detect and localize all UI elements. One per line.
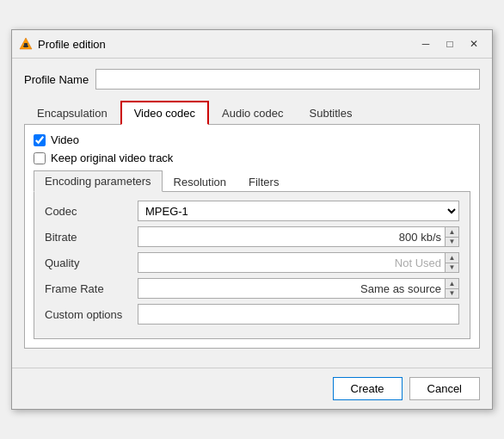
outer-tabs: Encapsulation Video codec Audio codec Su… bbox=[24, 100, 480, 125]
quality-control: ▲ ▼ bbox=[138, 252, 459, 273]
profile-name-label: Profile Name bbox=[24, 73, 89, 86]
bitrate-row: Bitrate ▲ ▼ bbox=[45, 226, 459, 247]
bitrate-spin-buttons: ▲ ▼ bbox=[445, 227, 458, 246]
codec-control: MPEG-1 MPEG-2 MPEG-4 H.264 H.265 VP8 VP9 bbox=[138, 201, 459, 221]
quality-row: Quality ▲ ▼ bbox=[45, 252, 459, 273]
bitrate-spinbox: ▲ ▼ bbox=[138, 226, 459, 247]
main-window: Profile edition ─ □ ✕ Profile Name Encap… bbox=[11, 29, 493, 410]
codec-row: Codec MPEG-1 MPEG-2 MPEG-4 H.264 H.265 V… bbox=[45, 201, 459, 221]
cancel-button[interactable]: Cancel bbox=[409, 377, 480, 400]
framerate-input[interactable] bbox=[138, 279, 445, 298]
close-button[interactable]: ✕ bbox=[463, 35, 485, 53]
bitrate-input[interactable] bbox=[138, 227, 445, 246]
bitrate-control: ▲ ▼ bbox=[138, 226, 459, 247]
quality-down-button[interactable]: ▼ bbox=[446, 263, 458, 273]
tab-encapsulation[interactable]: Encapsulation bbox=[24, 101, 120, 125]
framerate-label: Frame Rate bbox=[45, 282, 131, 295]
keep-original-label[interactable]: Keep original video track bbox=[51, 151, 173, 164]
video-checkbox-label[interactable]: Video bbox=[51, 133, 79, 146]
video-checkbox-row: Video bbox=[34, 133, 470, 146]
bitrate-label: Bitrate bbox=[45, 231, 131, 244]
custom-options-input[interactable] bbox=[138, 304, 459, 325]
quality-spinbox: ▲ ▼ bbox=[138, 252, 459, 273]
keep-original-row: Keep original video track bbox=[34, 151, 470, 164]
profile-name-input[interactable] bbox=[95, 69, 480, 90]
framerate-spinbox: ▲ ▼ bbox=[138, 278, 459, 299]
inner-tabs: Encoding parameters Resolution Filters bbox=[34, 170, 470, 192]
quality-label: Quality bbox=[45, 257, 131, 269]
window-title: Profile edition bbox=[38, 38, 415, 51]
framerate-control: ▲ ▼ bbox=[138, 278, 459, 299]
framerate-up-button[interactable]: ▲ bbox=[446, 279, 458, 289]
bitrate-up-button[interactable]: ▲ bbox=[446, 227, 458, 238]
tab-encoding-params[interactable]: Encoding parameters bbox=[34, 170, 163, 192]
quality-up-button[interactable]: ▲ bbox=[446, 253, 458, 263]
window-controls: ─ □ ✕ bbox=[415, 35, 485, 53]
footer: Create Cancel bbox=[12, 368, 492, 409]
framerate-row: Frame Rate ▲ ▼ bbox=[45, 278, 459, 299]
quality-spin-buttons: ▲ ▼ bbox=[445, 253, 458, 272]
codec-select[interactable]: MPEG-1 MPEG-2 MPEG-4 H.264 H.265 VP8 VP9 bbox=[138, 201, 459, 221]
svg-rect-2 bbox=[23, 46, 28, 47]
profile-name-row: Profile Name bbox=[24, 69, 480, 90]
window-body: Profile Name Encapsulation Video codec A… bbox=[12, 59, 492, 359]
create-button[interactable]: Create bbox=[333, 377, 403, 400]
vlc-icon bbox=[19, 37, 33, 51]
keep-original-checkbox[interactable] bbox=[34, 152, 46, 164]
tab-subtitles[interactable]: Subtitles bbox=[297, 101, 366, 125]
tab-audio-codec[interactable]: Audio codec bbox=[209, 101, 297, 125]
video-checkbox[interactable] bbox=[34, 134, 46, 146]
bitrate-down-button[interactable]: ▼ bbox=[446, 238, 458, 247]
custom-options-row: Custom options bbox=[45, 304, 459, 325]
outer-tab-content: Video Keep original video track Encoding… bbox=[24, 125, 480, 349]
framerate-down-button[interactable]: ▼ bbox=[446, 289, 458, 299]
inner-tab-content: Codec MPEG-1 MPEG-2 MPEG-4 H.264 H.265 V… bbox=[34, 192, 470, 339]
custom-options-control bbox=[138, 304, 459, 325]
custom-options-label: Custom options bbox=[45, 308, 131, 321]
title-bar: Profile edition ─ □ ✕ bbox=[12, 30, 492, 59]
tab-video-codec[interactable]: Video codec bbox=[120, 101, 209, 125]
framerate-spin-buttons: ▲ ▼ bbox=[445, 279, 458, 298]
quality-input[interactable] bbox=[138, 253, 445, 272]
minimize-button[interactable]: ─ bbox=[415, 35, 437, 53]
tab-resolution[interactable]: Resolution bbox=[163, 170, 237, 192]
codec-label: Codec bbox=[45, 205, 131, 218]
tab-filters[interactable]: Filters bbox=[237, 170, 290, 192]
maximize-button[interactable]: □ bbox=[439, 35, 461, 53]
